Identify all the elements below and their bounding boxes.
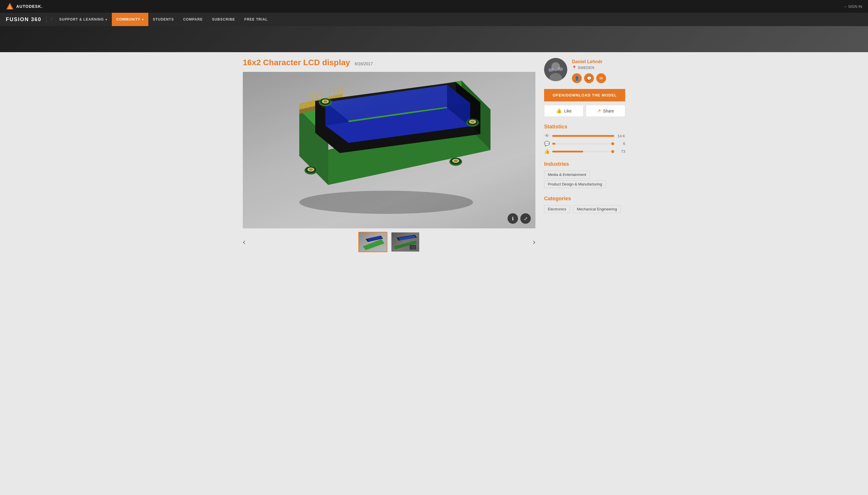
comments-bar-container xyxy=(552,143,614,144)
svg-point-43 xyxy=(323,100,327,103)
fullscreen-button[interactable]: ⤢ xyxy=(520,213,531,224)
comments-value: 6 xyxy=(617,141,625,146)
thumbnail-strip: ‹ xyxy=(243,232,535,252)
likes-bar-container xyxy=(552,151,614,152)
top-nav-left: AUTODESK. xyxy=(6,2,42,11)
autodesk-logo-icon xyxy=(6,2,14,11)
comments-stat: 💬 6 xyxy=(544,141,625,146)
views-value: 14 K xyxy=(617,134,625,138)
thumbnail-1-preview xyxy=(359,233,387,252)
views-stat: 👁 14 K xyxy=(544,133,625,138)
nav-compare-label: COMPARE xyxy=(183,17,203,21)
location-text: SWEDEN xyxy=(578,66,594,70)
nav-support-learning-label: SUPPORT & LEARNING xyxy=(59,17,104,21)
like-label: Like xyxy=(564,109,572,113)
sign-in-label[interactable]: SIGN IN xyxy=(848,4,862,9)
svg-point-35 xyxy=(470,121,474,123)
svg-text:⬛: ⬛ xyxy=(411,245,415,249)
likes-icon: 👍 xyxy=(544,149,550,154)
nav-free-trial[interactable]: FREE TRIAL xyxy=(240,13,272,26)
industries-section: Industries Media & Entertainment Product… xyxy=(544,161,625,190)
hero-area xyxy=(0,26,868,52)
likes-stat: 👍 73 xyxy=(544,149,625,154)
nav-community-label: COMMUNITY xyxy=(117,17,140,21)
views-icon: 👁 xyxy=(544,133,550,138)
avatar xyxy=(544,58,567,81)
author-location: 📍 SWEDEN xyxy=(572,66,606,70)
model-controls: ℹ ⤢ xyxy=(508,213,531,224)
nav-students[interactable]: STUDENTS xyxy=(148,13,179,26)
statistics-title: Statistics xyxy=(544,124,625,130)
industry-tag-media[interactable]: Media & Entertainment xyxy=(544,171,590,178)
location-icon: 📍 xyxy=(572,66,576,70)
industry-tag-product-design[interactable]: Product Design & Manufacturing xyxy=(544,180,606,188)
sign-in-arrow: → xyxy=(844,4,847,9)
sign-in-area[interactable]: → SIGN IN xyxy=(844,4,862,9)
download-button[interactable]: OPEN/DOWNLOAD THE MODEL xyxy=(544,89,625,101)
nav-subscribe[interactable]: SUBSCRIBE xyxy=(207,13,240,26)
info-button[interactable]: ℹ xyxy=(508,213,518,224)
categories-section: Categories Electronics Mechanical Engine… xyxy=(544,195,625,215)
model-viewer[interactable]: ℹ ⤢ xyxy=(243,72,535,228)
avatar-image xyxy=(544,58,567,81)
thumbnail-2[interactable]: ⬛ xyxy=(391,232,420,252)
model-canvas xyxy=(243,72,535,228)
views-bar xyxy=(552,135,614,137)
likes-bar xyxy=(552,151,583,152)
comments-icon: 💬 xyxy=(544,141,550,146)
author-name[interactable]: Daniel Lehnér xyxy=(572,59,606,64)
nav-community[interactable]: COMMUNITY ▾ xyxy=(112,13,148,26)
likes-dot xyxy=(611,150,614,153)
fusion-brand[interactable]: FUSION 360 xyxy=(6,17,46,22)
main-content: 16x2 Character LCD display 6/16/2017 xyxy=(243,58,535,252)
like-button[interactable]: 👍 Like xyxy=(544,105,584,117)
comments-dot xyxy=(611,142,614,145)
category-tag-mechanical[interactable]: Mechanical Engineering xyxy=(573,205,621,213)
secondary-nav: FUSION 360 / SUPPORT & LEARNING ▾ COMMUN… xyxy=(0,13,868,26)
category-tag-electronics[interactable]: Electronics xyxy=(544,205,570,213)
page-title: 16x2 Character LCD display xyxy=(243,58,350,67)
nav-subscribe-label: SUBSCRIBE xyxy=(212,17,235,21)
share-label: Share xyxy=(603,109,614,113)
views-bar-container xyxy=(552,135,614,137)
message-button[interactable]: 💬 xyxy=(584,73,594,83)
page-date: 6/16/2017 xyxy=(354,62,372,66)
brand-name: AUTODESK. xyxy=(16,4,42,9)
categories-title: Categories xyxy=(544,195,625,202)
comments-bar xyxy=(552,143,555,144)
share-button[interactable]: ↗ Share xyxy=(586,105,625,117)
thumbnail-1[interactable] xyxy=(359,232,387,252)
top-nav: AUTODESK. → SIGN IN xyxy=(0,0,868,13)
nav-free-trial-label: FREE TRIAL xyxy=(244,17,268,21)
thumb1-svg xyxy=(360,233,386,251)
author-info: Daniel Lehnér 📍 SWEDEN 👤 💬 ✉ xyxy=(572,58,606,83)
nav-compare[interactable]: COMPARE xyxy=(178,13,207,26)
autodesk-logo[interactable]: AUTODESK. xyxy=(6,2,42,11)
thumb2-svg: ⬛ xyxy=(392,233,418,251)
statistics-section: Statistics 👁 14 K 💬 6 👍 xyxy=(544,124,625,154)
page-content: 16x2 Character LCD display 6/16/2017 xyxy=(231,52,637,258)
svg-point-2 xyxy=(299,191,473,214)
email-button[interactable]: ✉ xyxy=(596,73,606,83)
likes-value: 73 xyxy=(617,149,625,154)
action-row: 👍 Like ↗ Share xyxy=(544,105,625,117)
nav-support-learning[interactable]: SUPPORT & LEARNING ▾ xyxy=(55,13,112,26)
nav-support-dropdown-icon: ▾ xyxy=(105,18,107,21)
page-title-row: 16x2 Character LCD display 6/16/2017 xyxy=(243,58,535,67)
industries-title: Industries xyxy=(544,161,625,167)
share-icon: ↗ xyxy=(597,108,601,114)
nav-separator: / xyxy=(51,17,52,22)
nav-students-label: STUDENTS xyxy=(153,17,174,21)
svg-point-31 xyxy=(309,168,313,171)
prev-button[interactable]: ‹ xyxy=(243,237,245,246)
svg-marker-44 xyxy=(363,239,384,250)
next-button[interactable]: › xyxy=(533,237,535,246)
like-icon: 👍 xyxy=(556,108,562,114)
sidebar: Daniel Lehnér 📍 SWEDEN 👤 💬 ✉ OPEN/DOWNLO… xyxy=(544,58,625,252)
thumbnail-2-preview: ⬛ xyxy=(392,233,419,252)
author-section: Daniel Lehnér 📍 SWEDEN 👤 💬 ✉ xyxy=(544,58,625,83)
svg-point-39 xyxy=(454,160,458,162)
follow-button[interactable]: 👤 xyxy=(572,73,582,83)
nav-community-dropdown-icon: ▾ xyxy=(142,18,144,21)
author-actions: 👤 💬 ✉ xyxy=(572,73,606,83)
